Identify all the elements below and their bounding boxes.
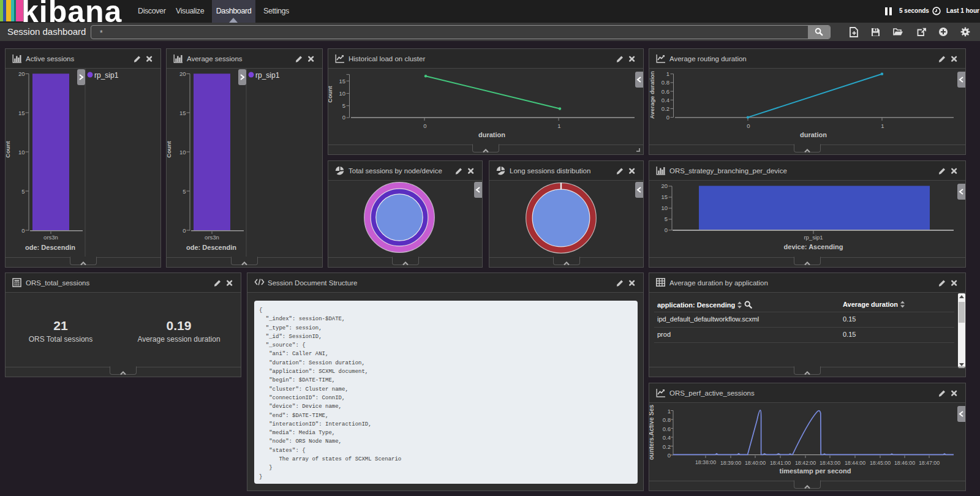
svg-text:0.8: 0.8 bbox=[662, 79, 669, 86]
svg-text:0.2: 0.2 bbox=[663, 443, 671, 450]
svg-text:18:44:00: 18:44:00 bbox=[845, 460, 865, 466]
svg-text:10: 10 bbox=[339, 90, 345, 97]
svg-text:15: 15 bbox=[339, 78, 345, 85]
svg-text:18:42:00: 18:42:00 bbox=[795, 460, 816, 466]
svg-text:timestamp per second: timestamp per second bbox=[780, 467, 851, 475]
svg-text:5: 5 bbox=[342, 102, 345, 109]
svg-text:18:43:00: 18:43:00 bbox=[820, 460, 840, 466]
svg-text:ors3n: ors3n bbox=[205, 234, 219, 241]
svg-text:duration: duration bbox=[478, 131, 505, 138]
svg-text:0.8: 0.8 bbox=[663, 416, 671, 423]
svg-text:0.6: 0.6 bbox=[663, 426, 671, 432]
svg-text:1: 1 bbox=[881, 122, 884, 129]
svg-text:1: 1 bbox=[666, 70, 669, 77]
svg-text:0: 0 bbox=[423, 122, 426, 129]
svg-text:18:38:00: 18:38:00 bbox=[695, 459, 716, 465]
svg-text:ode: Descendin: ode: Descendin bbox=[25, 244, 75, 251]
svg-text:15: 15 bbox=[18, 110, 25, 116]
svg-text:Count: Count bbox=[6, 140, 11, 157]
svg-text:1: 1 bbox=[668, 408, 671, 415]
svg-text:1: 1 bbox=[557, 122, 560, 129]
svg-text:15: 15 bbox=[661, 194, 668, 200]
svg-text:Average duration: Average duration bbox=[649, 71, 655, 119]
svg-text:0: 0 bbox=[342, 114, 345, 121]
svg-text:ode: Descendin: ode: Descendin bbox=[186, 244, 236, 251]
svg-text:0: 0 bbox=[747, 122, 750, 129]
svg-text:0: 0 bbox=[666, 114, 669, 121]
svg-text:18:39:00: 18:39:00 bbox=[720, 460, 741, 466]
svg-text:0: 0 bbox=[668, 452, 671, 459]
svg-text:0: 0 bbox=[665, 227, 668, 233]
svg-text:10: 10 bbox=[179, 149, 186, 156]
svg-text:device: Ascending: device: Ascending bbox=[784, 243, 843, 250]
svg-text:10: 10 bbox=[18, 149, 25, 156]
svg-text:20: 20 bbox=[661, 182, 668, 189]
svg-text:Count: Count bbox=[328, 85, 333, 102]
svg-text:ounters.Active Ses: ounters.Active Ses bbox=[649, 405, 655, 460]
svg-text:Count: Count bbox=[167, 140, 172, 157]
svg-text:18:47:00: 18:47:00 bbox=[919, 460, 940, 466]
svg-text:0.6: 0.6 bbox=[662, 88, 669, 95]
svg-text:duration: duration bbox=[800, 131, 827, 138]
svg-text:18:46:00: 18:46:00 bbox=[894, 460, 915, 466]
svg-text:0: 0 bbox=[183, 227, 186, 234]
svg-text:5: 5 bbox=[21, 188, 24, 195]
svg-text:rp_sip1: rp_sip1 bbox=[804, 234, 823, 241]
svg-text:0.4: 0.4 bbox=[662, 97, 669, 103]
svg-text:rp_sip1: rp_sip1 bbox=[255, 71, 280, 80]
svg-text:15: 15 bbox=[179, 110, 186, 116]
svg-text:0: 0 bbox=[21, 227, 24, 234]
svg-text:20: 20 bbox=[179, 70, 186, 77]
svg-text:ors3n: ors3n bbox=[43, 234, 58, 241]
svg-text:0.4: 0.4 bbox=[663, 434, 671, 441]
svg-text:10: 10 bbox=[661, 205, 668, 211]
svg-text:20: 20 bbox=[18, 70, 25, 77]
svg-text:5: 5 bbox=[665, 216, 668, 222]
svg-text:5: 5 bbox=[183, 188, 186, 195]
svg-text:18:45:00: 18:45:00 bbox=[870, 460, 891, 466]
svg-text:rp_sip1: rp_sip1 bbox=[94, 71, 119, 80]
svg-text:0.2: 0.2 bbox=[662, 105, 669, 112]
svg-text:18:41:00: 18:41:00 bbox=[770, 460, 791, 466]
svg-text:18:40:00: 18:40:00 bbox=[745, 460, 766, 466]
